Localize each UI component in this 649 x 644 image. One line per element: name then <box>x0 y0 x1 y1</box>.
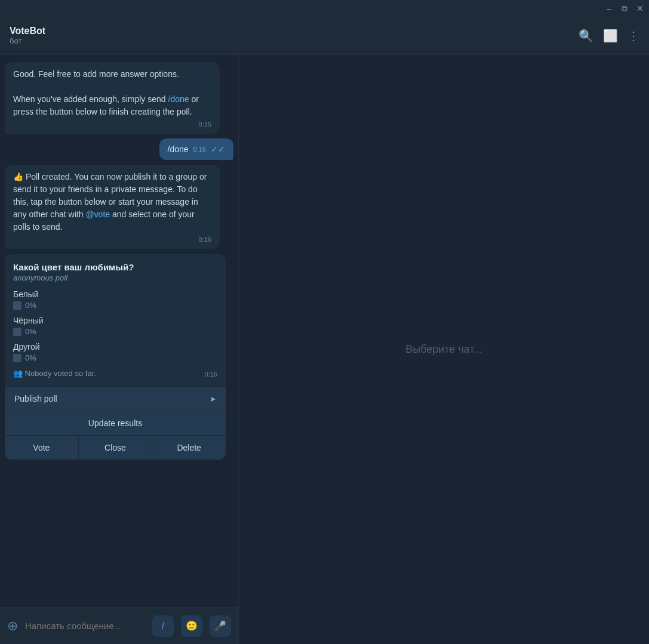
poll-voters: 👥 Nobody voted so far. <box>13 369 96 378</box>
poll-option-2-label: Чёрный <box>13 316 217 325</box>
close-button[interactable]: ✕ <box>636 4 644 13</box>
attach-icon[interactable]: ⊕ <box>7 618 18 634</box>
maximize-button[interactable]: ⧉ <box>620 4 629 13</box>
mic-icon: 🎤 <box>214 620 226 631</box>
mic-button[interactable]: 🎤 <box>210 615 231 637</box>
more-icon[interactable]: ⋮ <box>628 29 639 43</box>
read-check-icon: ✓✓ <box>211 144 225 154</box>
emoji-button[interactable]: 🙂 <box>181 615 202 637</box>
close-poll-button[interactable]: Close <box>78 435 152 460</box>
command-button[interactable]: / <box>152 615 174 637</box>
poll-pct-3: 0% <box>25 353 36 362</box>
publish-poll-button[interactable]: Publish poll ➤ <box>5 386 226 411</box>
poll-bar-row-2: 0% <box>13 327 217 336</box>
bot-message-2: 👍 Poll created. You can now publish it t… <box>5 165 220 249</box>
message-input[interactable] <box>25 621 145 631</box>
user-message-time: 0:16 <box>193 146 206 153</box>
poll-bar-row-1: 0% <box>13 301 217 310</box>
command-icon: / <box>162 621 164 631</box>
chat-header: VoteBot бот 🔍 ⬜ ⋮ <box>0 17 649 55</box>
bot-type: бот <box>10 36 579 45</box>
poll-bar-3 <box>13 354 21 362</box>
poll-option-3: Другой 0% <box>13 342 217 362</box>
vote-label: Vote <box>33 443 50 452</box>
poll-option-3-label: Другой <box>13 342 217 352</box>
search-icon[interactable]: 🔍 <box>579 29 593 43</box>
poll-question: Какой цвет ваш любимый? <box>13 262 217 272</box>
select-chat-label: Выберите чат... <box>405 343 482 356</box>
poll-card: Какой цвет ваш любимый? anonymous poll Б… <box>5 254 226 386</box>
poll-type: anonymous poll <box>13 273 217 282</box>
poll-pct-1: 0% <box>25 301 36 310</box>
update-results-label: Update results <box>88 418 142 428</box>
delete-label: Delete <box>177 443 201 452</box>
chat-panel: Good. Feel free to add more answer optio… <box>0 55 239 644</box>
bot-message-1-text: Good. Feel free to add more answer optio… <box>13 68 211 118</box>
done-link[interactable]: /done <box>168 94 189 104</box>
poll-option-1-label: Белый <box>13 289 217 299</box>
header-info: VoteBot бот <box>10 26 579 45</box>
close-label: Close <box>104 443 126 452</box>
messages-area: Good. Feel free to add more answer optio… <box>0 55 238 607</box>
poll-time: 0:16 <box>205 371 217 378</box>
poll-option-2: Чёрный 0% <box>13 316 217 336</box>
delete-poll-button[interactable]: Delete <box>152 435 226 460</box>
app: VoteBot бот 🔍 ⬜ ⋮ Good. Feel free to add… <box>0 17 649 644</box>
publish-poll-label: Publish poll <box>14 394 57 403</box>
layout-icon[interactable]: ⬜ <box>603 29 618 43</box>
bot-name: VoteBot <box>10 26 579 36</box>
user-message-text: /done <box>168 144 189 154</box>
msg-time-1: 0:15 <box>13 121 211 128</box>
share-icon: ➤ <box>210 395 216 403</box>
poll-bar-1 <box>13 301 21 310</box>
poll-bar-2 <box>13 328 21 336</box>
bot-message-1: Good. Feel free to add more answer optio… <box>5 62 220 134</box>
titlebar: – ⧉ ✕ <box>0 0 649 17</box>
right-panel: Выберите чат... <box>239 55 649 644</box>
poll-pct-2: 0% <box>25 327 36 336</box>
poll-container: Какой цвет ваш любимый? anonymous poll Б… <box>5 254 226 460</box>
poll-option-1: Белый 0% <box>13 289 217 310</box>
input-bar: ⊕ / 🙂 🎤 <box>0 607 238 644</box>
poll-bar-row-3: 0% <box>13 353 217 362</box>
vote-link[interactable]: @vote <box>85 209 110 219</box>
update-results-button[interactable]: Update results <box>5 411 226 435</box>
header-actions: 🔍 ⬜ ⋮ <box>579 29 639 43</box>
content-area: Good. Feel free to add more answer optio… <box>0 55 649 644</box>
msg-time-2: 0:16 <box>13 236 211 243</box>
poll-buttons-container: Publish poll ➤ Update results Vote Close <box>5 386 226 460</box>
vote-button[interactable]: Vote <box>5 435 78 460</box>
emoji-icon: 🙂 <box>186 620 198 631</box>
action-buttons-row: Vote Close Delete <box>5 435 226 460</box>
poll-footer: 👥 Nobody voted so far. 0:16 <box>13 368 217 378</box>
bot-message-2-text: 👍 Poll created. You can now publish it t… <box>13 171 211 233</box>
minimize-button[interactable]: – <box>605 4 613 13</box>
user-message: /done 0:16 ✓✓ <box>159 138 233 160</box>
